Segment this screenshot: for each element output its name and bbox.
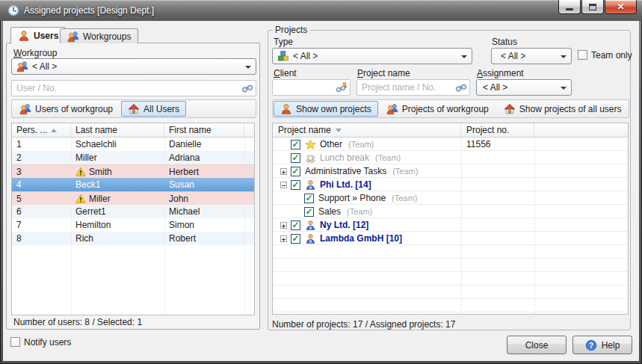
project-row[interactable]: +✓Lambda GmbH [10]: [273, 232, 628, 245]
user-row[interactable]: 2MillerAdriana: [12, 151, 254, 164]
user-firstname: Susan: [164, 178, 244, 191]
projects-of-workgroup-button[interactable]: Projects of workgroup: [380, 101, 496, 117]
expand-icon[interactable]: +: [280, 235, 287, 242]
user-persno: 5: [12, 192, 71, 205]
projects-groupbox: Projects Type < All > Status < All > Tea…: [268, 30, 631, 330]
tree-indent: [280, 198, 294, 199]
project-checkbox[interactable]: ✓: [304, 194, 314, 203]
show-projects-all-users-button[interactable]: Show projects of all users: [497, 101, 629, 117]
title-bar[interactable]: Assigned projects [Design Dept.] ✕: [0, 0, 642, 21]
team-suffix: (Team): [348, 140, 374, 149]
project-checkbox[interactable]: ✓: [291, 180, 300, 190]
tree-line: [280, 141, 287, 148]
user-row[interactable]: 3SmithHerbert: [12, 164, 254, 178]
show-own-projects-label: Show own projects: [296, 104, 371, 114]
user-row[interactable]: 1SchaelchliDanielle: [12, 138, 254, 151]
user-row[interactable]: 8RichRobert: [12, 232, 254, 245]
projects-group-label: Projects: [273, 25, 309, 35]
user-persno: 6: [12, 205, 71, 218]
user-filter-strip: Users of workgroup All Users: [11, 99, 256, 118]
assignment-combobox[interactable]: < All >: [476, 79, 572, 96]
column-header-filler: [244, 123, 254, 137]
user-icon: [18, 30, 30, 42]
project-checkbox[interactable]: ✓: [291, 234, 300, 244]
user-search-input[interactable]: [11, 80, 256, 96]
project-row[interactable]: +✓Ny Ltd. [12]: [273, 218, 628, 232]
assignment-label: Assignment: [477, 68, 524, 78]
tab-workgroups-label: Workgroups: [83, 31, 131, 42]
column-header-project-no[interactable]: Project no.: [461, 123, 534, 137]
project-row[interactable]: +✓Administrative Tasks(Team): [273, 164, 628, 178]
user-row[interactable]: 4Beck1Susan: [12, 178, 254, 191]
user-firstname: Robert: [164, 232, 244, 245]
project-checkbox[interactable]: ✓: [291, 167, 300, 176]
users-icon: [16, 61, 28, 73]
tree-indent: [280, 212, 294, 212]
warning-icon: [75, 194, 86, 204]
user-lastname: Beck1: [71, 178, 164, 191]
status-value: < All >: [501, 51, 525, 61]
users-table-header: Pers. ... Last name First name: [12, 123, 254, 138]
close-button-label: Close: [525, 340, 549, 351]
client-icon: [305, 179, 316, 191]
show-own-projects-button[interactable]: Show own projects: [274, 101, 378, 117]
project-checkbox[interactable]: ✓: [291, 140, 300, 149]
user-row[interactable]: 6Gerret1Michael: [12, 205, 254, 218]
project-search-input[interactable]: [357, 79, 470, 96]
tree-line: [294, 195, 300, 202]
project-checkbox[interactable]: ✓: [291, 153, 300, 163]
users-table: Pers. ... Last name First name 1Schaelch…: [11, 123, 255, 315]
house-icon: [128, 103, 140, 115]
project-checkbox[interactable]: ✓: [291, 220, 300, 230]
project-name: Support » Phone: [318, 193, 386, 203]
close-icon: ✕: [617, 1, 624, 13]
user-persno: 7: [12, 218, 71, 232]
project-row[interactable]: ✓Sales(Team): [273, 205, 628, 218]
notify-users-checkbox[interactable]: [10, 337, 20, 347]
user-persno: 4: [12, 178, 71, 191]
maximize-button[interactable]: [581, 0, 604, 14]
column-header-lastname[interactable]: Last name: [71, 123, 164, 137]
user-lastname: Miller: [71, 192, 164, 205]
project-name: Ny Ltd. [12]: [320, 220, 368, 230]
project-row[interactable]: ✓Lunch break(Team): [273, 151, 628, 164]
project-row[interactable]: ✓Support » Phone(Team): [273, 191, 628, 205]
users-of-workgroup-button[interactable]: Users of workgroup: [13, 101, 120, 117]
project-row[interactable]: ✓Other(Team)11556: [273, 138, 628, 151]
column-header-persno[interactable]: Pers. ...: [12, 123, 71, 137]
tab-workgroups[interactable]: Workgroups: [60, 28, 138, 43]
column-header-project-name[interactable]: Project name: [273, 123, 461, 137]
tab-users[interactable]: Users: [10, 27, 66, 43]
user-firstname: Adriana: [164, 151, 244, 164]
column-header-firstname[interactable]: First name: [164, 123, 244, 137]
team-suffix: (Team): [347, 207, 372, 216]
team-only-checkbox[interactable]: [578, 50, 587, 60]
warning-icon: [75, 167, 86, 177]
minimize-button[interactable]: [558, 0, 581, 14]
project-name: Other: [320, 139, 342, 149]
help-button[interactable]: Help: [572, 336, 632, 354]
user-persno: 8: [12, 232, 71, 245]
user-firstname: John: [164, 192, 244, 205]
user-lastname: Schaelchli: [71, 138, 164, 151]
user-lastname: Rich: [71, 232, 164, 245]
project-row[interactable]: −✓Phi Ltd. [14]: [273, 178, 628, 191]
users-icon: [67, 31, 79, 43]
users-of-workgroup-label: Users of workgroup: [35, 104, 113, 114]
project-checkbox[interactable]: ✓: [304, 207, 314, 217]
user-row[interactable]: 7HemiltonSimon: [12, 218, 254, 232]
projects-tree-body: ✓Other(Team)11556✓Lunch break(Team)+✓Adm…: [273, 138, 628, 314]
close-button[interactable]: Close: [507, 336, 567, 354]
type-combobox[interactable]: < All >: [272, 48, 472, 64]
workgroup-combobox[interactable]: < All >: [11, 58, 256, 75]
workgroup-label: Workgroup: [13, 48, 57, 58]
status-combobox[interactable]: < All >: [491, 48, 572, 64]
binoculars-icon: [241, 82, 253, 94]
expand-icon[interactable]: +: [280, 168, 287, 175]
collapse-icon[interactable]: −: [280, 182, 287, 188]
all-users-button[interactable]: All Users: [121, 101, 186, 117]
expand-icon[interactable]: +: [280, 222, 287, 229]
user-lastname: Hemilton: [71, 218, 164, 232]
user-row[interactable]: 5MillerJohn: [12, 191, 254, 205]
close-window-button[interactable]: ✕: [605, 0, 637, 14]
